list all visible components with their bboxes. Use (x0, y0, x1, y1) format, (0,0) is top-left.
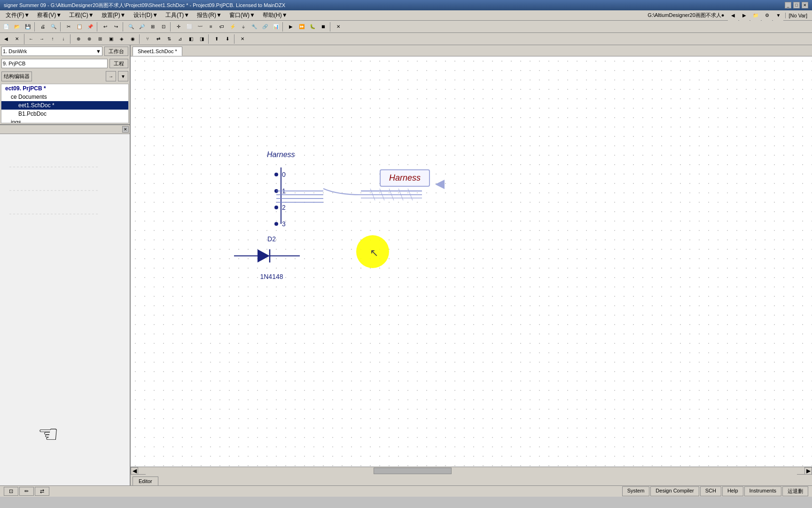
zoom-fit[interactable]: ⊞ (148, 22, 158, 32)
undo-btn[interactable]: ↩ (100, 22, 110, 32)
cut-btn[interactable]: ✂ (63, 22, 74, 32)
panel-close[interactable]: ✕ (12, 34, 22, 44)
t2-btn10[interactable]: ◉ (127, 34, 138, 44)
workbench-button[interactable]: 工作台 (104, 47, 128, 56)
project-input[interactable]: 9. PrjPCB (1, 59, 108, 68)
panel-toggle[interactable]: ◀ (1, 34, 11, 44)
t2-btn8[interactable]: ▣ (106, 34, 116, 44)
status-icon-btn2[interactable]: ✏ (19, 487, 34, 496)
comp-btn[interactable]: 🔧 (249, 22, 259, 32)
t2-export[interactable]: ⬆ (211, 34, 222, 44)
menu-tools[interactable]: 工具(T)▼ (162, 10, 193, 20)
tree-pcbdoc[interactable]: B1.PcbDoc (1, 110, 128, 118)
bus-btn[interactable]: ≡ (206, 22, 216, 32)
run-btn[interactable]: ⏩ (297, 22, 307, 32)
tree-source-docs[interactable]: ce Documents (1, 93, 128, 101)
toolbar-1: 📄 📂 💾 🖨 🔍 ✂ 📋 📌 ↩ ↪ 🔍 🔎 ⊞ ⊡ ✛ ⬜ 〰 ≡ 🏷 ⚡ … (0, 21, 812, 33)
menu-help[interactable]: 帮助(H)▼ (259, 10, 291, 20)
t2-btn11[interactable]: ⑂ (142, 34, 153, 44)
t2-btn7[interactable]: ⊞ (95, 34, 105, 44)
hier-btn[interactable]: 📊 (271, 22, 281, 32)
scroll-right-btn[interactable]: ▶ (804, 467, 812, 475)
t2-import[interactable]: ⬇ (222, 34, 233, 44)
project-button[interactable]: 工程 (109, 59, 128, 68)
open-btn[interactable]: 📂 (12, 22, 22, 32)
t2-btn14[interactable]: ⊿ (175, 34, 185, 44)
status-icon-btn1[interactable]: ⊡ (4, 487, 18, 496)
print-prev[interactable]: 🔍 (48, 22, 59, 32)
sep2 (60, 22, 62, 32)
new-btn[interactable]: 📄 (1, 22, 11, 32)
tree-root[interactable]: ect09. PrjPCB * (1, 84, 128, 93)
sch-btn[interactable]: SCH (700, 486, 721, 496)
instruments-btn[interactable]: Instruments (744, 486, 781, 496)
power-btn[interactable]: ⚡ (227, 22, 238, 32)
sep9 (139, 34, 141, 44)
system-btn[interactable]: System (622, 486, 650, 496)
zoom-area[interactable]: ⊡ (158, 22, 169, 32)
compile-btn[interactable]: ▶ (286, 22, 296, 32)
redo-btn[interactable]: ↪ (111, 22, 121, 32)
back-button[interactable]: ◀ (728, 10, 738, 21)
maximize-button[interactable]: □ (793, 2, 800, 8)
editor-icon-btn2[interactable]: ▼ (118, 71, 128, 81)
close-button[interactable]: ✕ (802, 2, 808, 8)
editor-tab[interactable]: Editor (133, 476, 158, 485)
print-btn[interactable]: 🖨 (38, 22, 48, 32)
h-scrollbar-thumb[interactable] (374, 468, 452, 474)
t2-btn13[interactable]: ⇅ (164, 34, 174, 44)
select-btn[interactable]: ⬜ (184, 22, 195, 32)
zoom-out[interactable]: 🔎 (137, 22, 147, 32)
t2-close[interactable]: ✕ (237, 34, 248, 44)
save-btn[interactable]: 💾 (23, 22, 33, 32)
forward-button[interactable]: ▶ (739, 10, 750, 21)
config-button[interactable]: ⚙ (762, 10, 772, 21)
t2-btn16[interactable]: ◨ (196, 34, 207, 44)
t2-btn4[interactable]: ↓ (58, 34, 69, 44)
close-doc-btn[interactable]: ✕ (333, 22, 344, 32)
menu-view[interactable]: 察看(V)▼ (33, 10, 65, 20)
menu-reports[interactable]: 报告(R)▼ (193, 10, 226, 20)
preview-close-button[interactable]: ✕ (122, 126, 129, 133)
zoom-in[interactable]: 🔍 (126, 22, 136, 32)
t2-btn3[interactable]: ↑ (47, 34, 58, 44)
schematic-canvas[interactable]: Harness 0 1 2 3 (131, 56, 812, 467)
menu-place[interactable]: 放置(P)▼ (98, 10, 130, 20)
t2-btn15[interactable]: ◧ (186, 34, 196, 44)
wire-btn[interactable]: 〰 (195, 22, 205, 32)
paste-btn[interactable]: 📌 (85, 22, 95, 32)
debug-btn[interactable]: 🐛 (307, 22, 318, 32)
menu-project[interactable]: 工程(C)▼ (65, 10, 98, 20)
t2-btn5[interactable]: ⊕ (73, 34, 84, 44)
tab-sheet1[interactable]: Sheet1.SchDoc * (133, 47, 182, 56)
scroll-left-btn[interactable]: ◀ (131, 467, 138, 475)
menu-design[interactable]: 设计(D)▼ (130, 10, 162, 20)
move-btn[interactable]: ✛ (173, 22, 184, 32)
gnd-btn[interactable]: ⏚ (238, 22, 249, 32)
copy-btn[interactable]: 📋 (74, 22, 85, 32)
design-compiler-btn[interactable]: Design Compiler (650, 486, 699, 496)
label-btn[interactable]: 🏷 (217, 22, 227, 32)
net-btn[interactable]: 🔗 (260, 22, 270, 32)
menu-file[interactable]: 文件(F)▼ (2, 10, 33, 20)
tree-settings[interactable]: ings (1, 118, 128, 123)
toolbar-path-buttons: ◀ ▶ 📁 ⚙ ▼ (728, 10, 783, 21)
t2-btn6[interactable]: ⊗ (84, 34, 94, 44)
workspace-dropdown[interactable]: 1. DsnWrk ▼ (1, 47, 102, 56)
menu-window[interactable]: 窗口(W)▼ (226, 10, 259, 20)
stop-btn[interactable]: ⏹ (318, 22, 328, 32)
browse-button[interactable]: 📁 (750, 10, 761, 21)
t2-btn12[interactable]: ⇄ (153, 34, 164, 44)
editor-icon-btn1[interactable]: → (106, 71, 116, 81)
exit-btn[interactable]: 运退删 (782, 486, 808, 496)
t2-btn2[interactable]: → (37, 34, 47, 44)
t2-btn1[interactable]: ← (26, 34, 36, 44)
sep8 (70, 34, 72, 44)
help-btn[interactable]: Help (722, 486, 743, 496)
cursor-arrow-icon: ↖ (370, 247, 378, 259)
tree-schdoc[interactable]: eet1.SchDoc * (1, 101, 128, 110)
minimize-button[interactable]: _ (785, 2, 791, 8)
t2-btn9[interactable]: ◈ (117, 34, 127, 44)
status-icon-btn3[interactable]: ⇄ (35, 487, 49, 496)
more-button[interactable]: ▼ (773, 10, 783, 21)
